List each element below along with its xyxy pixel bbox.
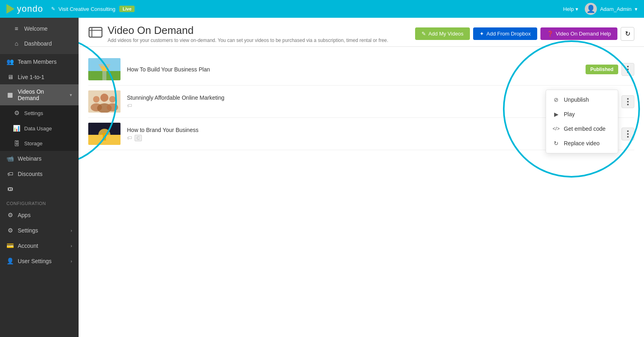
embed-label: Get embed code — [564, 126, 606, 132]
sidebar-item-label: Team Members — [18, 59, 72, 65]
sidebar-item-label: Dashboard — [24, 40, 66, 47]
live-badge: Live — [119, 6, 135, 12]
tag-icon: 🏷 — [6, 170, 14, 177]
sidebar-item-discounts[interactable]: 🏷 Discounts — [0, 166, 79, 181]
video-info: How to Brand Your Business 🏷 C — [127, 127, 579, 141]
sidebar-item-coupons[interactable]: 🎟 — [0, 181, 79, 196]
monitor-icon: 🖥 — [6, 73, 14, 80]
code-icon: </> — [553, 126, 560, 132]
video-title: How To Build Your Business Plan — [127, 66, 579, 73]
avatar: 👤 — [585, 3, 597, 15]
sidebar-item-dashboard[interactable]: ⌂ Dashboard — [6, 36, 72, 51]
video-list: How To Build Your Business Plan Publishe… — [79, 47, 644, 157]
sidebar-item-label: Settings — [18, 227, 66, 234]
dot — [627, 71, 629, 73]
logo[interactable]: yondo — [6, 4, 43, 14]
bar-chart-icon: 📊 — [13, 125, 20, 132]
sidebar-item-account[interactable]: 💳 Account › — [0, 238, 79, 253]
video-title: Stunningly Affordable Online Marketing — [127, 94, 579, 101]
help-button[interactable]: Help ▾ — [563, 6, 578, 12]
sidebar-item-label: Live 1-to-1 — [18, 74, 72, 80]
sidebar-item-label: Settings — [24, 110, 72, 116]
home-icon: ⌂ — [13, 40, 20, 47]
sidebar-item-team-members[interactable]: 👥 Team Members — [0, 54, 79, 69]
more-options-button[interactable] — [621, 95, 634, 108]
visit-label: Visit Creative Consulting — [58, 6, 115, 12]
sidebar-item-data-usage[interactable]: 📊 Data Usage — [0, 121, 79, 136]
visit-site-link[interactable]: ✎ Visit Creative Consulting — [51, 6, 115, 12]
video-thumbnail — [88, 123, 120, 145]
sidebar-item-live-1to1[interactable]: 🖥 Live 1-to-1 — [0, 69, 79, 84]
vod-help-button[interactable]: ❓ Video On Demand Help — [540, 27, 617, 40]
topnav-right: Help ▾ 👤 Adam_Admin ▾ — [563, 3, 638, 15]
sidebar-top: ≡ Welcome ⌂ Dashboard — [0, 18, 79, 54]
tag-icon: 🏷 — [127, 103, 132, 109]
camera-icon: 📹 — [6, 155, 14, 162]
top-navigation: yondo ✎ Visit Creative Consulting Live H… — [0, 0, 644, 18]
team-icon: 👥 — [6, 58, 14, 65]
sidebar: ≡ Welcome ⌂ Dashboard 👥 Team Members 🖥 L… — [0, 18, 79, 337]
dot — [627, 133, 629, 135]
video-thumbnail — [88, 58, 120, 80]
dot — [627, 104, 629, 105]
video-meta: 🏷 C — [127, 135, 579, 141]
more-options-button[interactable] — [621, 128, 634, 140]
tag-icon: 🏷 — [127, 135, 132, 141]
chevron-right-icon: › — [71, 228, 72, 233]
ban-icon: ⊘ — [553, 96, 560, 103]
chevron-right-icon: › — [71, 243, 72, 248]
video-actions: Published — [586, 63, 634, 76]
play-button[interactable]: ▶ Play — [546, 107, 618, 121]
cc-icon: C — [135, 135, 142, 141]
grid-icon: ▦ — [6, 91, 14, 98]
pencil-icon: ✎ — [422, 31, 426, 37]
dot — [627, 66, 629, 67]
sidebar-item-settings[interactable]: ⚙ Settings › — [0, 223, 79, 238]
user-chevron-icon: ▾ — [635, 6, 638, 12]
svg-rect-18 — [103, 134, 106, 140]
user-icon: 👤 — [6, 257, 14, 265]
dot — [627, 98, 629, 100]
dropbox-icon: ✦ — [480, 31, 484, 37]
sidebar-item-apps[interactable]: ⚙ Apps — [0, 207, 79, 223]
dot — [627, 130, 629, 132]
video-title: How to Brand Your Business — [127, 127, 579, 133]
svg-rect-7 — [102, 71, 106, 80]
chevron-right-icon: › — [71, 259, 72, 264]
context-dropdown-menu: ⊘ Unpublish ▶ Play </> Get embed code ↻ … — [546, 90, 618, 153]
svg-point-9 — [93, 96, 100, 103]
user-menu-button[interactable]: 👤 Adam_Admin ▾ — [585, 3, 638, 15]
unpublish-button[interactable]: ⊘ Unpublish — [546, 92, 618, 107]
sidebar-item-videos-on-demand[interactable]: ▦ Videos On Demand ▾ — [0, 84, 79, 105]
svg-point-14 — [107, 103, 118, 111]
replace-video-button[interactable]: ↻ Replace video — [546, 136, 618, 151]
logo-text: yondo — [17, 4, 43, 14]
replace-label: Replace video — [564, 140, 600, 147]
video-meta: 🏷 — [127, 103, 579, 109]
coupon-icon: 🎟 — [6, 185, 14, 192]
published-badge[interactable]: Published — [586, 65, 618, 74]
add-my-videos-button[interactable]: ✎ Add My Videos — [415, 27, 470, 40]
refresh-button[interactable]: ↻ — [621, 27, 634, 41]
logo-arrow-icon — [6, 4, 15, 14]
page-title: Video On Demand — [108, 24, 410, 37]
user-label: Adam_Admin — [600, 6, 632, 12]
sidebar-item-label: Welcome — [24, 25, 66, 32]
sidebar-item-welcome[interactable]: ≡ Welcome — [6, 21, 72, 36]
apps-icon: ⚙ — [6, 211, 14, 219]
video-thumbnail — [88, 90, 120, 113]
unpublish-label: Unpublish — [564, 96, 589, 103]
sidebar-item-storage[interactable]: 🗄 Storage — [0, 136, 79, 151]
embed-code-button[interactable]: </> Get embed code — [546, 121, 618, 136]
svg-point-10 — [100, 94, 108, 102]
add-from-dropbox-button[interactable]: ✦ Add From Dropbox — [473, 27, 537, 40]
svg-marker-6 — [98, 64, 110, 68]
sidebar-item-vod-settings[interactable]: ⚙ Settings — [0, 105, 79, 121]
sidebar-item-label: Videos On Demand — [18, 88, 66, 101]
question-icon: ❓ — [547, 31, 553, 37]
sidebar-item-user-settings[interactable]: 👤 User Settings › — [0, 253, 79, 269]
video-info: Stunningly Affordable Online Marketing 🏷 — [127, 94, 579, 109]
settings-icon: ⚙ — [13, 109, 20, 117]
sidebar-item-webinars[interactable]: 📹 Webinars — [0, 151, 79, 166]
more-options-button[interactable] — [621, 63, 634, 76]
